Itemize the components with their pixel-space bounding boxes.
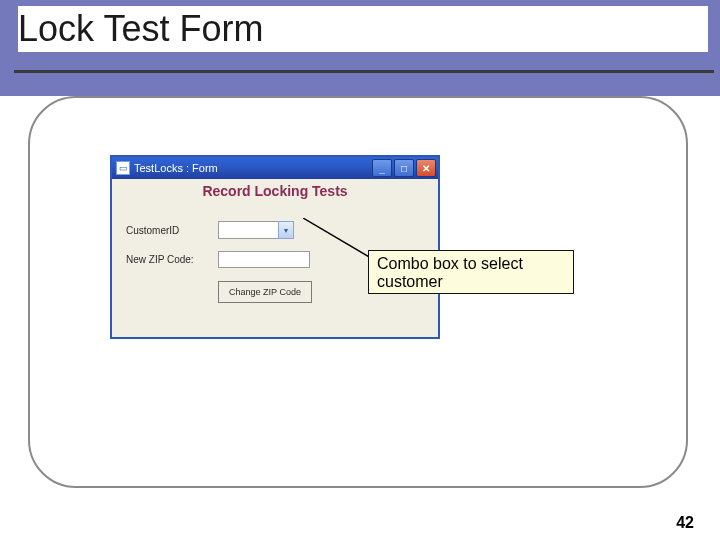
minimize-icon: _ [379,163,385,174]
customer-id-combo-dropdown-button[interactable]: ▾ [278,221,294,239]
page-number: 42 [676,514,694,532]
close-icon: ✕ [422,163,430,174]
close-button[interactable]: ✕ [416,159,436,177]
access-form-window: ▭ TestLocks : Form _ □ ✕ Record Locking … [110,155,440,339]
chevron-down-icon: ▾ [284,226,288,235]
maximize-button[interactable]: □ [394,159,414,177]
change-zip-button[interactable]: Change ZIP Code [218,281,312,303]
form-icon: ▭ [116,161,130,175]
titlebar[interactable]: ▭ TestLocks : Form _ □ ✕ [112,157,438,179]
title-underline [14,70,714,73]
customer-id-combo[interactable]: ▾ [218,221,294,239]
label-customer-id: CustomerID [126,225,179,236]
customer-id-combo-input[interactable] [218,221,278,239]
slide-title: Lock Test Form [18,6,708,52]
annotation-callout: Combo box to select customer [368,250,574,294]
label-new-zip: New ZIP Code: [126,254,194,265]
window-title: TestLocks : Form [134,162,218,174]
maximize-icon: □ [401,163,407,174]
minimize-button[interactable]: _ [372,159,392,177]
form-heading: Record Locking Tests [112,183,438,199]
new-zip-input[interactable] [218,251,310,268]
